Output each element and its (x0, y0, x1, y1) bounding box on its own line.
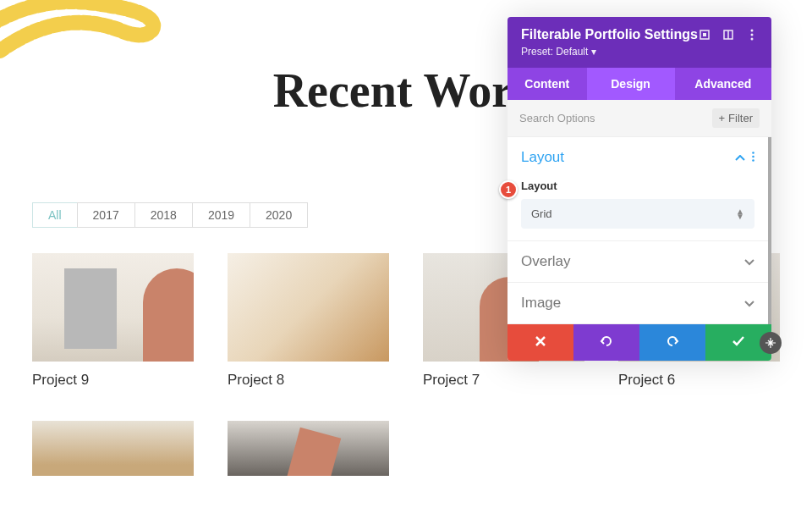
close-button[interactable] (508, 324, 573, 361)
portfolio-grid-row2 (32, 421, 780, 476)
chevron-down-icon: ▾ (591, 46, 596, 58)
search-row: Search Options + Filter (508, 100, 771, 137)
chevron-down-icon (744, 296, 754, 310)
section-layout: Layout Layout Grid ▲▼ (508, 137, 768, 241)
layout-select[interactable]: Grid ▲▼ (521, 199, 754, 229)
filter-tab-2017[interactable]: 2017 (77, 202, 135, 228)
portfolio-card[interactable] (228, 421, 389, 476)
section-title: Overlay (521, 253, 571, 270)
svg-rect-1 (703, 33, 706, 36)
search-input[interactable]: Search Options (519, 112, 712, 124)
panel-body: Layout Layout Grid ▲▼ Overlay Image (508, 137, 771, 324)
portfolio-card[interactable]: Project 9 (32, 253, 194, 389)
more-icon[interactable] (752, 150, 754, 165)
tab-design[interactable]: Design (587, 68, 675, 100)
filter-tab-2020[interactable]: 2020 (250, 202, 308, 228)
redo-button[interactable] (639, 324, 705, 361)
annotation-badge-1: 1 (499, 180, 518, 199)
filter-tab-2018[interactable]: 2018 (134, 202, 193, 228)
plus-icon: + (719, 112, 726, 124)
project-thumbnail (32, 421, 194, 476)
project-thumbnail (32, 253, 194, 362)
panel-footer-buttons (508, 324, 771, 361)
panel-title: Filterable Portfolio Settings (521, 27, 698, 42)
svg-point-6 (751, 38, 754, 41)
filter-button[interactable]: + Filter (712, 108, 760, 128)
undo-button[interactable] (573, 324, 639, 361)
svg-point-8 (752, 156, 754, 158)
portfolio-card[interactable] (32, 421, 194, 476)
svg-point-7 (752, 152, 754, 154)
field-label-layout: Layout (521, 179, 754, 192)
project-title: Project 7 (423, 372, 584, 389)
portfolio-card[interactable]: Project 8 (228, 253, 389, 389)
section-header-layout[interactable]: Layout (521, 149, 754, 166)
chevron-down-icon (744, 255, 754, 268)
svg-point-9 (752, 159, 754, 162)
project-title: Project 6 (618, 372, 780, 389)
section-title: Layout (521, 149, 564, 166)
project-thumbnail (228, 421, 389, 476)
svg-point-4 (751, 30, 754, 32)
filter-tab-2019[interactable]: 2019 (192, 202, 250, 228)
section-title: Image (521, 295, 561, 312)
chevron-up-icon (735, 150, 745, 165)
project-thumbnail (228, 253, 389, 362)
tab-advanced[interactable]: Advanced (675, 68, 771, 100)
project-title: Project 8 (228, 372, 389, 389)
panel-tabs: Content Design Advanced (508, 68, 771, 100)
project-title: Project 9 (32, 372, 194, 389)
select-arrows-icon: ▲▼ (736, 209, 744, 219)
help-icon[interactable] (722, 29, 734, 41)
decorative-brush-stroke (0, 0, 195, 85)
drag-handle[interactable] (760, 332, 782, 354)
preset-label[interactable]: Preset: Default ▾ (521, 46, 758, 58)
panel-header[interactable]: Filterable Portfolio Settings Preset: De… (508, 17, 771, 68)
section-header-image[interactable]: Image (521, 295, 754, 312)
expand-icon[interactable] (699, 29, 710, 41)
svg-point-5 (751, 34, 754, 36)
section-header-overlay[interactable]: Overlay (521, 253, 754, 270)
filter-tab-all[interactable]: All (32, 202, 78, 228)
section-image: Image (508, 283, 768, 324)
more-icon[interactable] (746, 29, 758, 41)
select-value: Grid (531, 207, 552, 220)
tab-content[interactable]: Content (508, 68, 587, 100)
settings-panel: Filterable Portfolio Settings Preset: De… (508, 17, 771, 361)
section-overlay: Overlay (508, 241, 768, 283)
